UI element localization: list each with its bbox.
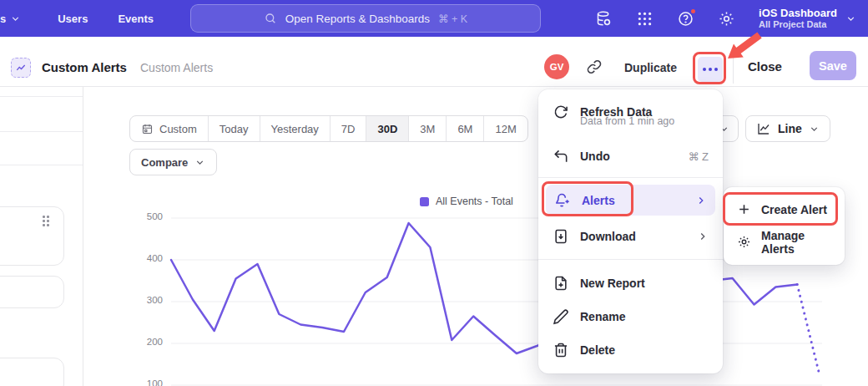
calendar-icon <box>141 123 154 135</box>
report-header: Custom Alerts Custom Alerts GV Duplicate… <box>0 37 868 87</box>
data-management-icon[interactable] <box>595 10 613 28</box>
date-range-30d[interactable]: 30D <box>366 116 409 141</box>
submenu-item-create-alert[interactable]: Create Alert <box>724 193 845 226</box>
menu-item-label: Rename <box>580 310 625 323</box>
share-link-icon[interactable] <box>586 58 603 75</box>
date-range-12m[interactable]: 12M <box>484 116 527 141</box>
nav-item-users[interactable]: Users <box>58 13 88 25</box>
refresh-icon <box>553 104 569 120</box>
save-button[interactable]: Save <box>810 51 856 80</box>
help-icon[interactable] <box>677 10 694 28</box>
date-range-label: 7D <box>341 123 356 135</box>
date-range-label: Yesterday <box>271 123 319 135</box>
menu-item-label: New Report <box>580 277 645 290</box>
date-range-label: 12M <box>495 123 516 135</box>
header-divider <box>733 55 734 84</box>
date-range-today[interactable]: Today <box>209 116 260 141</box>
menu-item-shortcut: ⌘ Z <box>688 150 709 163</box>
menu-item-rename[interactable]: Rename <box>538 302 723 331</box>
menu-item-label: Undo <box>580 150 610 163</box>
project-switcher[interactable]: iOS Dashboard All Project Data <box>759 7 856 30</box>
menu-item-new-report[interactable]: New Report <box>538 269 723 297</box>
menu-item-label: Download <box>580 230 636 243</box>
compare-button[interactable]: Compare <box>129 149 217 175</box>
submenu-item-manage-alerts[interactable]: Manage Alerts <box>724 226 845 258</box>
drag-handle-icon[interactable] <box>43 216 50 227</box>
nav-item-label: s <box>0 13 6 25</box>
chart-legend: All Events - Total <box>420 196 513 207</box>
menu-item-undo[interactable]: Undo ⌘ Z <box>538 143 723 170</box>
global-search-input[interactable]: Open Reports & Dashboards ⌘ + K <box>190 4 541 33</box>
date-range-label: Today <box>220 123 249 135</box>
search-placeholder: Open Reports & Dashboards <box>285 13 430 25</box>
avatar[interactable]: GV <box>544 54 569 79</box>
chevron-down-icon <box>10 13 21 24</box>
nav-item-label: Events <box>118 13 154 25</box>
sidebar-row-divider <box>0 165 83 165</box>
compare-label: Compare <box>141 156 188 169</box>
nav-item-events[interactable]: Events <box>118 13 154 25</box>
date-range-label: Custom <box>159 123 197 135</box>
trash-icon <box>553 342 569 358</box>
download-icon <box>553 228 569 245</box>
menu-item-alerts[interactable]: Alerts <box>546 185 715 216</box>
notification-dot <box>689 8 697 15</box>
menu-divider <box>538 259 723 260</box>
legend-swatch <box>420 197 429 206</box>
chart-type-button[interactable]: Line <box>745 115 830 142</box>
chevron-right-icon <box>697 231 709 242</box>
menu-item-sublabel: Data from 1 min ago <box>580 115 674 127</box>
legend-label: All Events - Total <box>436 196 513 207</box>
sidebar-card[interactable] <box>0 276 64 308</box>
alerts-submenu: Create Alert Manage Alerts <box>724 187 845 265</box>
y-axis-tick: 100 <box>125 378 163 386</box>
date-range-custom[interactable]: Custom <box>130 116 209 141</box>
pencil-icon <box>553 308 569 325</box>
app-window: 500400300200100 All Events - Total Custo… <box>0 0 868 386</box>
project-title: iOS Dashboard <box>759 7 837 19</box>
sidebar-card[interactable] <box>0 358 64 386</box>
nav-item-clipped[interactable]: s <box>0 13 21 25</box>
y-axis-tick: 200 <box>125 337 163 347</box>
y-axis-tick: 500 <box>125 211 163 221</box>
date-range-picker: Custom Today Yesterday 7D 30D 3M 6M 12M <box>129 115 528 142</box>
date-range-label: 3M <box>420 123 435 135</box>
close-button[interactable]: Close <box>748 59 782 74</box>
project-subtitle: All Project Data <box>759 19 837 30</box>
nav-item-label: Users <box>58 13 88 25</box>
settings-gear-icon[interactable] <box>718 10 735 28</box>
menu-divider <box>538 177 723 178</box>
page-title: Custom Alerts <box>42 60 127 74</box>
menu-item-label: Alerts <box>582 194 615 207</box>
date-range-label: 6M <box>457 123 472 135</box>
more-options-button[interactable] <box>698 57 723 82</box>
search-icon <box>264 12 277 25</box>
chevron-down-icon <box>845 13 856 24</box>
date-range-6m[interactable]: 6M <box>447 116 484 141</box>
y-axis-tick: 400 <box>125 253 163 263</box>
chevron-down-icon <box>809 124 820 135</box>
more-options-menu: Refresh Data Data from 1 min ago Undo ⌘ … <box>538 89 723 373</box>
bell-plus-icon <box>554 192 571 209</box>
file-plus-icon <box>553 275 569 292</box>
date-range-7d[interactable]: 7D <box>331 116 367 141</box>
apps-grid-icon[interactable] <box>636 10 654 28</box>
breadcrumb[interactable]: Custom Alerts <box>140 61 213 74</box>
plus-icon <box>737 202 751 216</box>
sidebar-row-divider <box>0 96 83 97</box>
undo-icon <box>553 148 569 165</box>
sidebar-divider <box>83 87 83 386</box>
submenu-item-label: Create Alert <box>761 203 827 216</box>
search-shortcut: ⌘ + K <box>438 13 467 25</box>
sidebar-card[interactable] <box>0 206 64 266</box>
date-range-yesterday[interactable]: Yesterday <box>260 116 331 141</box>
chart-type-label: Line <box>778 122 802 135</box>
chevron-down-icon <box>194 157 205 168</box>
duplicate-button[interactable]: Duplicate <box>624 61 677 74</box>
nav-right-cluster: iOS Dashboard All Project Data <box>595 0 868 37</box>
sidebar-row-divider <box>0 131 83 132</box>
menu-item-delete[interactable]: Delete <box>538 336 723 364</box>
date-range-3m[interactable]: 3M <box>409 116 447 141</box>
menu-item-download[interactable]: Download <box>538 221 723 251</box>
submenu-item-label: Manage Alerts <box>761 229 831 256</box>
